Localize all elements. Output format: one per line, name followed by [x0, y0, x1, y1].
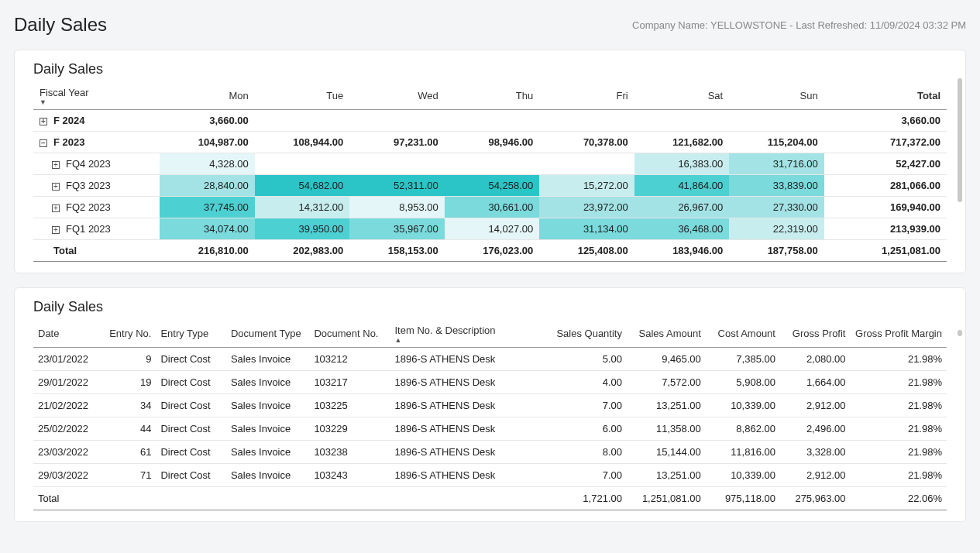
detail-col-date[interactable]: Date [33, 320, 104, 348]
pivot-total-cell: 183,946.00 [634, 240, 729, 262]
detail-cell-sales: 9,465.00 [627, 348, 706, 371]
pivot-col-sat[interactable]: Sat [634, 82, 729, 110]
detail-row[interactable]: 23/01/20229Direct CostSales Invoice10321… [33, 348, 947, 371]
pivot-cell: 15,272.00 [539, 175, 634, 197]
pivot-scrollbar[interactable] [958, 78, 962, 202]
expand-icon[interactable] [52, 204, 60, 212]
detail-cell-cost: 5,908.00 [706, 371, 780, 394]
detail-col-qty[interactable]: Sales Quantity [543, 320, 626, 348]
collapse-icon[interactable] [40, 139, 47, 147]
detail-total-cell: 1,251,081.00 [627, 487, 706, 510]
detail-col-entrytype[interactable]: Entry Type [156, 320, 226, 348]
detail-row[interactable]: 25/02/202244Direct CostSales Invoice1032… [33, 417, 947, 441]
expand-icon[interactable] [52, 183, 60, 191]
detail-cell-qty: 5.00 [543, 348, 626, 371]
pivot-cell: 34,074.00 [160, 218, 254, 240]
pivot-row-label[interactable]: FQ4 2023 [33, 153, 160, 175]
pivot-cell: 115,204.00 [729, 132, 824, 153]
pivot-cell [349, 153, 444, 175]
pivot-cell: 27,330.00 [729, 197, 824, 218]
detail-col-doctype[interactable]: Document Type [226, 320, 309, 348]
pivot-cell: 52,427.00 [824, 153, 947, 175]
detail-col-item[interactable]: Item No. & Description ▲ [390, 320, 543, 348]
expand-icon[interactable] [52, 161, 60, 169]
detail-cell-sales: 13,251.00 [627, 394, 706, 417]
detail-row[interactable]: 23/03/202261Direct CostSales Invoice1032… [33, 441, 947, 464]
pivot-col-thu[interactable]: Thu [445, 82, 539, 110]
pivot-total-label: Total [33, 240, 160, 262]
detail-cell-docno: 103229 [309, 417, 390, 441]
detail-cell-doctype: Sales Invoice [226, 348, 309, 371]
detail-cell-entryno: 61 [104, 441, 156, 464]
pivot-col-wed[interactable]: Wed [349, 82, 444, 110]
detail-col-cost[interactable]: Cost Amount [706, 320, 780, 348]
pivot-cell [634, 110, 729, 132]
detail-header-row: Date Entry No. Entry Type Document Type … [33, 320, 947, 348]
detail-cell-item: 1896-S ATHENS Desk [390, 371, 543, 394]
pivot-row-label-text: FQ4 2023 [66, 158, 111, 170]
detail-panel-title: Daily Sales [33, 299, 947, 315]
detail-cell-qty: 4.00 [543, 371, 626, 394]
pivot-total-cell: 125,408.00 [539, 240, 634, 262]
pivot-col-sun[interactable]: Sun [729, 82, 824, 110]
pivot-row-year[interactable]: F 20243,660.003,660.00 [33, 110, 947, 132]
pivot-row-quarter[interactable]: FQ1 202334,074.0039,950.0035,967.0014,02… [33, 218, 947, 240]
expand-icon[interactable] [40, 118, 47, 125]
pivot-cell [729, 110, 824, 132]
pivot-cell: 23,972.00 [539, 197, 634, 218]
pivot-row-label[interactable]: FQ3 2023 [33, 175, 160, 197]
detail-col-entryno[interactable]: Entry No. [104, 320, 156, 348]
pivot-row-year[interactable]: F 2023104,987.00108,944.0097,231.0098,94… [33, 132, 947, 153]
detail-total-cell: 1,721.00 [543, 487, 626, 510]
pivot-col-total[interactable]: Total [824, 82, 947, 110]
detail-cell-item: 1896-S ATHENS Desk [390, 394, 543, 417]
detail-row[interactable]: 29/01/202219Direct CostSales Invoice1032… [33, 371, 947, 394]
pivot-col-tue[interactable]: Tue [255, 82, 349, 110]
pivot-cell: 16,383.00 [634, 153, 729, 175]
pivot-row-quarter[interactable]: FQ3 202328,840.0054,682.0052,311.0054,25… [33, 175, 947, 197]
pivot-row-label[interactable]: FQ1 2023 [33, 218, 160, 240]
page-title: Daily Sales [14, 14, 107, 36]
pivot-row-label-text: FQ3 2023 [66, 180, 111, 191]
pivot-cell [445, 110, 539, 132]
pivot-row-label[interactable]: FQ2 2023 [33, 197, 160, 218]
detail-total-row: Total1,721.001,251,081.00975,118.00275,9… [33, 487, 947, 510]
detail-col-sales[interactable]: Sales Amount [627, 320, 706, 348]
pivot-row-label-text: F 2024 [53, 115, 84, 126]
detail-cell-docno: 103212 [309, 348, 390, 371]
detail-col-profit[interactable]: Gross Profit [780, 320, 851, 348]
pivot-col-group[interactable]: Fiscal Year ▼ [33, 82, 160, 110]
detail-cell-entrytype: Direct Cost [156, 371, 226, 394]
pivot-col-mon[interactable]: Mon [160, 82, 254, 110]
detail-cell-entryno: 44 [104, 417, 156, 441]
detail-cell-docno: 103243 [309, 464, 390, 487]
detail-cell-entryno: 71 [104, 464, 156, 487]
detail-col-docno[interactable]: Document No. [309, 320, 390, 348]
detail-cell-item: 1896-S ATHENS Desk [390, 464, 543, 487]
detail-row[interactable]: 21/02/202234Direct CostSales Invoice1032… [33, 394, 947, 417]
pivot-row-quarter[interactable]: FQ4 20234,328.0016,383.0031,716.0052,427… [33, 153, 947, 175]
detail-cell-cost: 11,816.00 [706, 441, 780, 464]
detail-cell-entrytype: Direct Cost [156, 348, 226, 371]
detail-cell-doctype: Sales Invoice [226, 394, 309, 417]
detail-cell-doctype: Sales Invoice [226, 417, 309, 441]
detail-scrollbar[interactable] [958, 330, 962, 336]
pivot-cell: 39,950.00 [255, 218, 349, 240]
detail-cell-date: 23/03/2022 [33, 441, 104, 464]
expand-icon[interactable] [52, 226, 60, 234]
pivot-panel: Daily Sales Fiscal Year ▼ Mon Tue Wed Th… [14, 50, 966, 273]
pivot-row-label[interactable]: F 2024 [33, 110, 160, 132]
detail-total-cell: 975,118.00 [706, 487, 780, 510]
pivot-col-fri[interactable]: Fri [539, 82, 634, 110]
detail-cell-entryno: 19 [104, 371, 156, 394]
detail-col-margin[interactable]: Gross Profit Margin [850, 320, 947, 348]
pivot-row-label[interactable]: F 2023 [33, 132, 160, 153]
detail-cell-doctype: Sales Invoice [226, 441, 309, 464]
pivot-row-label-text: FQ2 2023 [66, 201, 111, 213]
detail-total-cell [104, 487, 156, 510]
detail-row[interactable]: 29/03/202271Direct CostSales Invoice1032… [33, 464, 947, 487]
pivot-row-quarter[interactable]: FQ2 202337,745.0014,312.008,953.0030,661… [33, 197, 947, 218]
detail-cell-margin: 21.98% [850, 441, 947, 464]
pivot-cell: 52,311.00 [349, 175, 444, 197]
detail-cell-date: 29/01/2022 [33, 371, 104, 394]
